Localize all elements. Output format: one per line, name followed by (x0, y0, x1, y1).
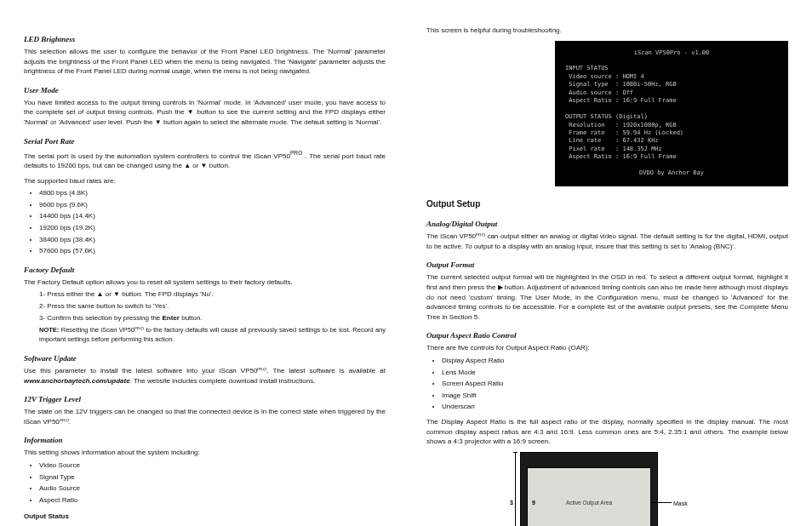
para-oar-lead: There are five controls for Output Aspec… (426, 343, 788, 353)
list-item: 4800 bps (4.8K) (39, 188, 386, 198)
heading-serial-port: Serial Port Rate (24, 136, 386, 147)
list-item: 19200 bps (19.2K) (39, 223, 386, 233)
list-item: 14400 bps (14.4K) (39, 211, 386, 221)
heading-user-mode: User Mode (24, 85, 386, 96)
para-software-update: Use this parameter to install the latest… (24, 366, 386, 386)
para-serial-port: The serial port is used by the automatio… (24, 149, 386, 171)
para-information: This setting shows information about the… (24, 448, 386, 458)
page-right: This screen is helpful during troublesho… (426, 26, 788, 514)
heading-trigger: 12V Trigger Level (24, 394, 386, 405)
list-info-items: Video Source Signal Type Audio Source As… (39, 460, 386, 505)
para-troubleshoot-intro: This screen is helpful during troublesho… (426, 26, 788, 36)
list-oar: Display Aspect Ratio Lens Mode Screen As… (442, 356, 788, 412)
list-item: 57600 bps (57.6K) (39, 246, 386, 256)
heading-software-update: Software Update (24, 353, 386, 364)
page-left: LED Brightness This selection allows the… (24, 26, 386, 514)
list-item: Audio Source (39, 483, 386, 494)
diagram-active-label: Active Output Area (566, 499, 612, 506)
para-supported-rates: The supported baud rates are: (24, 176, 386, 186)
diagram-aspect-ratio: Active Output Area 3 9 16 4 Mask (495, 452, 716, 526)
diagram-dim-3 (515, 452, 516, 526)
note-factory-default: NOTE: Resetting the iScan VP50ᴾᴿᴼ to the… (39, 326, 386, 345)
heading-factory-default: Factory Default (24, 265, 386, 276)
list-item: Video Source (39, 460, 386, 471)
list-item: Aspect Ratio (39, 495, 386, 506)
para-analog-digital: The iScan VP50ᴾᴿᴼ can output either an a… (426, 232, 788, 251)
terminal-status-screen: iScan VP50Pro - v1.00 INPUT STATUS Video… (555, 41, 788, 186)
step: 1- Press either the ▲ or ▼ button. The F… (39, 289, 386, 300)
list-item: Display Aspect Ratio (442, 356, 788, 366)
list-baud-rates: 4800 bps (4.8K) 9600 bps (9.6K) 14400 bp… (39, 188, 386, 256)
heading-analog-digital: Analog/Digital Output (426, 219, 788, 230)
heading-output-status: Output Status (24, 512, 386, 522)
heading-oar: Output Aspect Ratio Control (426, 330, 788, 341)
para-oar-body: The Display Aspect Ratio is the full asp… (426, 417, 788, 447)
list-item: 38400 bps (38.4K) (39, 235, 386, 245)
list-item: Screen Aspect Ratio (442, 379, 788, 389)
list-item: Underscan (442, 402, 788, 412)
diagram-label-3: 3 (510, 499, 513, 507)
heading-output-format: Output Format (426, 260, 788, 271)
para-factory-default: The Factory Default option allows you to… (24, 277, 386, 288)
diagram-label-9: 9 (532, 499, 535, 507)
heading-led-brightness: LED Brightness (24, 34, 386, 45)
heading-output-setup: Output Setup (426, 198, 788, 211)
para-led-brightness: This selection allows the user to config… (24, 47, 386, 77)
step: 2- Press the same button to switch to 'Y… (39, 301, 386, 312)
heading-information: Information (24, 435, 386, 446)
list-item: Signal Type (39, 472, 386, 483)
para-trigger: The state on the 12V triggers can be cha… (24, 407, 386, 426)
step: 3- Confirm this selection by pressing th… (39, 313, 386, 323)
diagram-label-mask: Mask (673, 500, 688, 508)
para-user-mode: You have limited access to the output ti… (24, 98, 386, 128)
list-item: Lens Mode (442, 368, 788, 378)
para-output-format: The current selected output format will … (426, 272, 788, 322)
list-item: 9600 bps (9.6K) (39, 200, 386, 210)
diagram-mask-pointer (651, 502, 672, 503)
diagram-inner-16-9: Active Output Area (527, 467, 651, 526)
list-item: Image Shift (442, 391, 788, 401)
two-page-spread: LED Brightness This selection allows the… (0, 0, 812, 526)
